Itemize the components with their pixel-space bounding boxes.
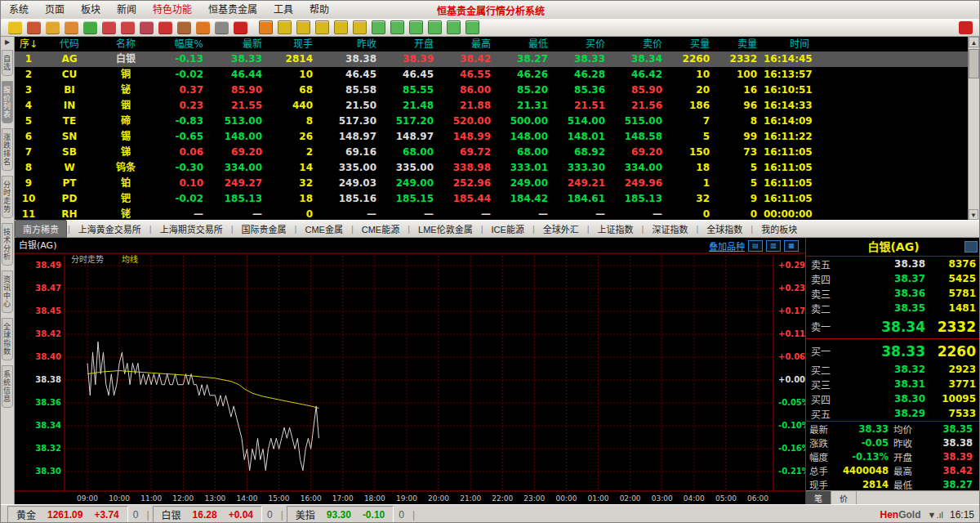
column-header-4[interactable]: 幅度% [156,37,207,51]
quote-board-icon[interactable] [215,21,229,34]
sidebar-tab-1[interactable]: 自选 [2,50,13,76]
market-tab-南方稀贵[interactable]: 南方稀贵 [15,220,67,238]
table-row[interactable]: 8W钨条-0.30334.0014335.00335.00338.98333.0… [14,160,969,176]
period-button-8[interactable] [390,20,404,34]
card-icon[interactable] [65,21,78,34]
column-header-7[interactable]: 昨收 [316,37,380,51]
column-header-10[interactable]: 最低 [494,37,551,51]
overlay-symbol-link[interactable]: 叠加品种 [709,239,745,253]
column-header-14[interactable]: 卖量 [713,37,760,51]
column-header-3[interactable]: 名称 [96,37,156,51]
intraday-chart[interactable]: 白银(AG)38.49+0.29%38.47+0.23%38.45+0.17%3… [14,238,805,504]
period-button-5[interactable] [334,20,348,34]
bid-row[interactable]: 买四38.3010095 [806,391,980,406]
layout-one-pane-icon[interactable]: ▤ [748,240,763,252]
period-button-3[interactable] [296,20,310,34]
table-row[interactable]: 2CU铜-0.0246.441046.4546.4546.5546.2646.2… [14,67,969,83]
period-button-11[interactable] [447,20,461,34]
sidebar-tab-5[interactable]: 技术分析 [2,223,13,266]
zoom-in-icon[interactable] [102,21,116,34]
table-row[interactable]: 3BI铋0.3785.906885.5885.5586.0085.2085.36… [14,83,969,98]
period-button-6[interactable] [353,20,367,34]
menu-item-工具[interactable]: 工具 [265,1,301,19]
menu-item-板块[interactable]: 板块 [73,1,109,19]
market-tab-ICE能源[interactable]: ICE能源 [484,221,532,237]
market-tab-上海黄金交易所[interactable]: 上海黄金交易所 [71,221,149,237]
period-button-4[interactable] [315,20,329,34]
scrollbar-thumb[interactable] [969,49,979,78]
refresh-icon[interactable] [83,21,97,34]
market-tab-我的板块[interactable]: 我的板块 [754,221,804,237]
column-header-5[interactable]: 最新 [207,37,265,51]
menu-item-特色功能[interactable]: 特色功能 [145,1,200,19]
market-tab-上海期货交易所[interactable]: 上海期货交易所 [153,221,230,237]
column-header-15[interactable]: 时间 [760,37,813,51]
layout-two-pane-icon[interactable]: ▥ [766,240,781,252]
panel-settings-icon[interactable] [964,241,978,253]
trend-icon[interactable] [234,21,247,34]
menu-item-页面[interactable]: 页面 [37,1,73,19]
table-row[interactable]: 7SB锑0.0669.20269.1668.0069.7268.0068.926… [14,145,969,160]
sidebar-tab-3[interactable]: 涨跌排名 [2,128,13,171]
panel-tab-价[interactable]: 价 [831,491,857,504]
table-row[interactable]: 9PT铂0.10249.2732249.03249.00252.96249.00… [14,176,969,191]
period-button-1[interactable] [259,20,273,34]
pen-icon[interactable] [158,21,172,34]
table-row[interactable]: 11RH铑——0——————0000:00:00 [14,207,969,220]
lock-icon[interactable] [196,21,210,34]
column-header-8[interactable]: 开盘 [380,37,437,51]
bid-row[interactable]: 买一38.332260 [806,340,980,362]
sidebar-tab-7[interactable]: 全球指数 [2,318,13,360]
alert-icon[interactable] [959,21,973,34]
scroll-down-icon[interactable]: ▼ [969,209,978,220]
period-button-9[interactable] [409,20,423,34]
market-tab-全球外汇[interactable]: 全球外汇 [536,221,586,237]
column-header-6[interactable]: 现手 [265,37,316,51]
home-icon[interactable] [27,21,41,34]
scroll-up-icon[interactable]: ▲ [969,37,979,47]
menu-item-新闻[interactable]: 新闻 [109,1,145,19]
menu-item-系统[interactable]: 系统 [1,1,37,19]
ask-row[interactable]: 卖二38.351481 [806,301,980,315]
column-header-12[interactable]: 卖价 [608,37,666,51]
sidebar-tab-6[interactable]: 资讯中心 [2,270,13,313]
market-tab-CME金属[interactable]: CME金属 [297,221,350,237]
ask-row[interactable]: 卖五38.388376 [806,257,980,271]
column-header-13[interactable]: 买量 [666,37,713,51]
sidebar-expand-icon[interactable]: ▶ [5,38,10,46]
market-tab-全球指数[interactable]: 全球指数 [699,221,750,237]
diamond-icon[interactable] [8,21,22,34]
market-tab-上证指数[interactable]: 上证指数 [590,221,641,237]
market-tab-深证指数[interactable]: 深证指数 [644,221,695,237]
zoom-out-icon[interactable] [121,21,135,34]
market-tab-LME伦敦金属[interactable]: LME伦敦金属 [411,221,480,237]
column-header-11[interactable]: 买价 [551,37,608,51]
ask-row[interactable]: 卖四38.375425 [806,271,980,286]
table-row[interactable]: 4IN铟0.2321.5544021.5021.4821.8821.3121.5… [14,98,969,114]
bid-row[interactable]: 买五38.297533 [806,406,980,421]
period-button-7[interactable] [372,20,385,34]
period-button-2[interactable] [278,20,292,34]
table-row[interactable]: 10PD钯-0.02185.1318185.16185.15185.44184.… [14,191,969,207]
period-button-10[interactable] [428,20,442,34]
panel-tab-笔[interactable]: 笔 [806,491,831,504]
table-row[interactable]: 6SN锡-0.65148.0026148.97148.97148.99148.0… [14,129,969,145]
table-row[interactable]: 1AG白银-0.1338.33281438.3838.3938.4238.273… [14,51,969,67]
market-tab-国际贵金属[interactable]: 国际贵金属 [234,221,294,237]
menu-item-恒基贵金属[interactable]: 恒基贵金属 [200,1,265,19]
table-scrollbar[interactable]: ▲ ▼ [968,37,979,220]
notes-icon[interactable] [46,21,60,34]
market-tab-CME能源[interactable]: CME能源 [354,221,407,237]
layout-four-pane-icon[interactable]: ▦ [784,240,799,252]
brush-icon[interactable] [177,21,191,34]
sidebar-tab-2[interactable]: 报价列表 [2,81,13,123]
period-button-12[interactable] [466,20,479,34]
column-header-1[interactable]: 序↓ [14,37,43,51]
sidebar-tab-4[interactable]: 分时走势 [2,176,13,218]
sidebar-tab-8[interactable]: 系统信息 [2,365,13,408]
table-row[interactable]: 5TE碲-0.83513.008517.30517.20520.00500.00… [14,114,969,129]
flag-icon[interactable] [140,21,154,34]
column-header-2[interactable]: 代码 [43,37,96,51]
ask-row[interactable]: 卖一38.342332 [806,315,980,337]
bid-row[interactable]: 买三38.313771 [806,377,980,391]
